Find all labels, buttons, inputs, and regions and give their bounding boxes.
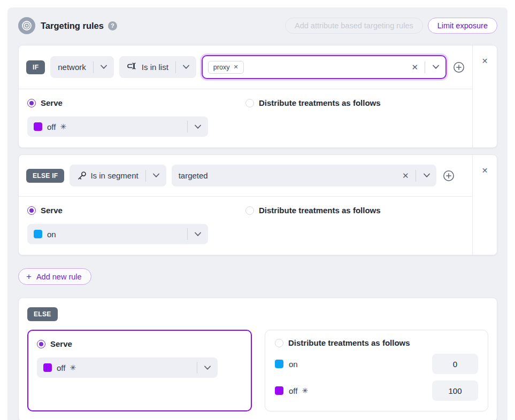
- distribute-radio-option[interactable]: Distribute treatments as follows: [275, 338, 478, 347]
- radio-selected[interactable]: [37, 340, 45, 348]
- chevron-down-icon[interactable]: [428, 65, 443, 69]
- chevron-down-icon[interactable]: [188, 125, 208, 129]
- delete-rule-icon[interactable]: ✕: [482, 57, 488, 65]
- matcher-select[interactable]: Is in segment: [70, 165, 166, 186]
- serve-radio-option[interactable]: Serve: [27, 206, 245, 215]
- delete-rule-icon[interactable]: ✕: [482, 167, 488, 174]
- add-condition-icon[interactable]: [453, 61, 465, 73]
- treatment-select[interactable]: off ✳: [27, 116, 208, 137]
- percentage-input[interactable]: [432, 354, 478, 374]
- targeting-rules-panel: Targeting rules ? Add attribute based ta…: [7, 7, 508, 420]
- serve-radio-option[interactable]: Serve: [37, 339, 242, 348]
- radio-unselected[interactable]: [245, 99, 254, 107]
- plus-icon: +: [26, 272, 32, 281]
- rule-card-else-if: ELSE IF Is in segment targe: [18, 154, 497, 255]
- treatment-name: off: [57, 363, 65, 372]
- serve-label: Serve: [41, 206, 63, 215]
- distribute-radio-option[interactable]: Distribute treatments as follows: [245, 98, 464, 107]
- else-badge: ELSE: [27, 307, 58, 321]
- add-new-rule-button[interactable]: + Add new rule: [18, 268, 91, 285]
- distribution-row: off ✳: [275, 380, 478, 401]
- default-treatment-icon: ✳: [70, 363, 76, 372]
- treatment-swatch: [34, 122, 42, 131]
- radio-unselected[interactable]: [275, 339, 283, 347]
- clear-values-icon[interactable]: ✕: [408, 63, 421, 71]
- treatment-select[interactable]: on: [27, 224, 208, 244]
- serve-section: Serve Distribute treatments as follows o…: [19, 196, 472, 255]
- distribute-label: Distribute treatments as follows: [259, 206, 381, 215]
- add-attribute-rules-button[interactable]: Add attribute based targeting rules: [285, 18, 423, 34]
- serve-label: Serve: [50, 339, 72, 348]
- treatment-name: on: [47, 230, 56, 239]
- rule-close-column: ✕: [472, 45, 497, 147]
- serve-radio-option[interactable]: Serve: [27, 98, 245, 107]
- clear-value-icon[interactable]: ✕: [399, 172, 412, 180]
- treatment-swatch: [275, 360, 283, 368]
- add-condition-icon[interactable]: [443, 170, 455, 182]
- page-title: Targeting rules: [41, 21, 104, 31]
- matcher-values-input[interactable]: proxy ✕ ✕: [202, 55, 447, 79]
- value-chip: proxy ✕: [208, 61, 244, 74]
- else-distribute-card[interactable]: Distribute treatments as follows on off …: [265, 330, 488, 411]
- chevron-down-icon[interactable]: [146, 173, 166, 178]
- matcher-value: Is in segment: [90, 171, 138, 180]
- chevron-down-icon[interactable]: [419, 173, 434, 178]
- distribute-radio-option[interactable]: Distribute treatments as follows: [245, 206, 464, 215]
- chevron-down-icon[interactable]: [197, 365, 218, 370]
- serve-section: Serve Distribute treatments as follows o…: [19, 89, 472, 147]
- chevron-down-icon[interactable]: [176, 65, 196, 69]
- else-if-badge: ELSE IF: [26, 169, 64, 183]
- default-treatment-icon: ✳: [302, 386, 308, 395]
- treatment-swatch: [34, 230, 42, 238]
- limit-exposure-button[interactable]: Limit exposure: [428, 18, 497, 34]
- chevron-down-icon[interactable]: [94, 65, 114, 69]
- distribute-label: Distribute treatments as follows: [288, 338, 410, 347]
- radio-selected[interactable]: [27, 206, 36, 215]
- chevron-down-icon[interactable]: [188, 232, 208, 237]
- radio-selected[interactable]: [27, 99, 36, 107]
- targeting-bullseye-icon: [18, 17, 35, 34]
- condition-row: IF network Is in list: [19, 45, 472, 89]
- segment-value-input[interactable]: targeted ✕: [172, 165, 436, 186]
- help-icon[interactable]: ?: [108, 21, 117, 30]
- add-new-rule-label: Add new rule: [36, 273, 82, 281]
- distribution-row: on: [275, 354, 478, 374]
- treatment-name: on: [289, 360, 298, 369]
- treatment-name: off: [289, 386, 297, 395]
- else-serve-card[interactable]: Serve off ✳: [27, 330, 252, 411]
- string-match-icon: [127, 63, 138, 72]
- radio-unselected[interactable]: [245, 206, 254, 215]
- attribute-value: network: [58, 63, 86, 72]
- attribute-select[interactable]: network: [50, 56, 114, 78]
- chip-label: proxy: [213, 64, 230, 71]
- percentage-input[interactable]: [432, 380, 478, 401]
- rule-close-column: ✕: [472, 155, 497, 255]
- treatment-swatch: [43, 363, 52, 372]
- serve-label: Serve: [41, 98, 63, 107]
- chip-remove-icon[interactable]: ✕: [233, 64, 238, 70]
- distribute-label: Distribute treatments as follows: [259, 98, 381, 107]
- treatment-name: off: [47, 122, 56, 131]
- condition-row: ELSE IF Is in segment targe: [19, 155, 472, 196]
- segment-key-icon: [77, 171, 87, 181]
- if-badge: IF: [26, 60, 45, 74]
- header: Targeting rules ? Add attribute based ta…: [18, 13, 497, 38]
- rule-card-if: IF network Is in list: [18, 45, 497, 148]
- treatment-select[interactable]: off ✳: [37, 357, 218, 378]
- default-treatment-icon: ✳: [60, 122, 66, 131]
- treatment-swatch: [275, 386, 283, 395]
- matcher-select[interactable]: Is in list: [119, 56, 196, 78]
- matcher-value: Is in list: [142, 63, 168, 72]
- else-rule-card: ELSE Serve off ✳: [18, 298, 497, 420]
- segment-value: targeted: [179, 171, 208, 180]
